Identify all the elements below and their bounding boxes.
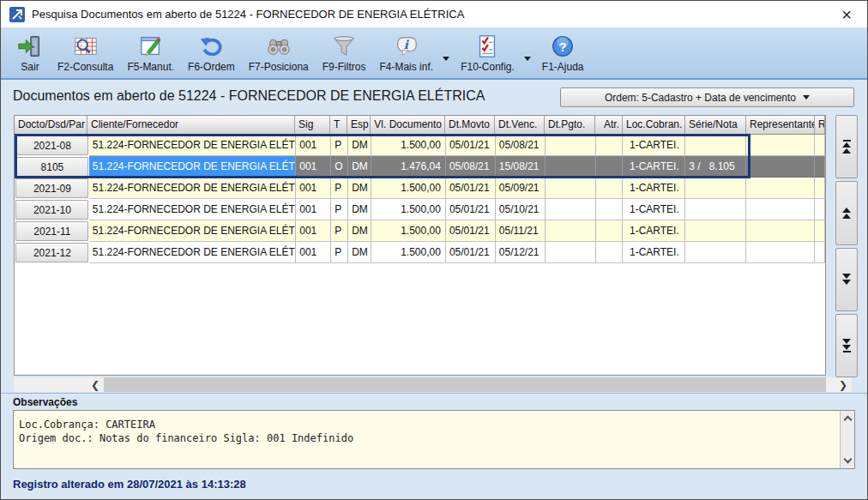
table-cell[interactable] [685,242,746,263]
table-cell[interactable] [746,199,815,220]
table-cell[interactable] [546,178,596,199]
f10-config-button[interactable]: F10-Config. [454,33,521,74]
table-cell[interactable] [746,242,815,263]
table-cell[interactable] [546,135,596,156]
row-docto-button[interactable]: 8105 [15,157,88,177]
column-header[interactable]: Esp [347,116,371,135]
table-cell[interactable] [746,156,815,178]
table-cell[interactable] [685,178,746,199]
f1-ajuda-button[interactable]: ? F1-Ajuda [535,33,591,74]
table-cell[interactable]: 05/09/21 [496,178,546,199]
table-cell[interactable] [546,242,596,263]
table-cell[interactable]: 15/08/21 [496,156,546,178]
table-cell[interactable]: 1.500,00 [371,242,446,263]
table-cell[interactable]: 001 [296,242,331,263]
config-dropdown-arrow[interactable] [521,52,533,64]
column-header[interactable]: R [815,116,825,135]
table-cell[interactable]: 51.224-FORNECEDOR DE ENERGIA ELÉTRICA [89,178,296,199]
scroll-left-arrow-icon[interactable]: ❮ [87,377,104,392]
table-cell[interactable]: 51.224-FORNECEDOR DE ENERGIA ELÉTRICA [89,220,296,242]
close-button[interactable]: × [835,3,859,27]
table-cell[interactable] [596,199,624,220]
scroll-right-arrow-icon[interactable]: ❯ [835,377,852,392]
table-cell[interactable]: 1-CARTEI. [623,135,685,156]
table-cell[interactable]: P [331,199,348,220]
table-cell[interactable] [685,199,746,220]
column-header[interactable]: Dt.Movto [445,116,495,135]
table-cell[interactable] [596,242,624,263]
table-cell[interactable]: 1-CARTEI. [623,242,685,263]
row-docto-button[interactable]: 2021-12 [15,243,88,262]
table-cell[interactable]: 05/01/21 [446,135,496,156]
column-header[interactable]: Dt.Pgto. [545,116,595,135]
table-cell[interactable]: 001 [296,178,331,199]
table-cell[interactable]: 05/01/21 [446,242,496,263]
table-cell[interactable] [746,178,815,199]
table-cell[interactable] [815,135,825,156]
row-docto-button[interactable]: 2021-11 [15,221,88,241]
table-cell[interactable]: 001 [296,199,331,220]
column-header[interactable]: Vl. Documento [371,116,445,135]
table-cell[interactable] [546,199,596,220]
table-cell[interactable]: 05/11/21 [496,220,546,242]
table-cell[interactable]: 05/01/21 [446,178,496,199]
table-cell[interactable] [815,242,825,263]
table-cell[interactable] [815,220,825,242]
sair-button[interactable]: Sair [9,33,51,74]
table-cell[interactable]: 51.224-FORNECEDOR DE ENERGIA ELÉTRICA [89,135,296,156]
column-header[interactable]: Docto/Dsd/Par [15,116,87,135]
table-cell[interactable] [596,135,624,156]
f4-mais-inf-button[interactable]: i F4-Mais inf. [372,33,440,74]
table-cell[interactable]: 1.500,00 [371,135,446,156]
table-cell[interactable]: 001 [296,156,331,178]
scrollbar-thumb[interactable] [104,377,826,392]
table-cell[interactable]: 05/01/21 [446,220,496,242]
table-cell[interactable]: 1.476,04 [371,156,446,178]
table-cell[interactable]: 05/08/21 [446,156,496,178]
table-cell[interactable]: 1-CARTEI. [623,156,685,178]
column-header[interactable]: Série/Nota [685,116,746,135]
scrollbar-track[interactable] [826,377,835,392]
scroll-down-arrow-icon[interactable] [843,455,852,464]
table-cell[interactable]: 05/08/21 [496,135,546,156]
table-cell[interactable] [596,156,624,178]
table-cell[interactable] [815,156,825,178]
f9-filtros-button[interactable]: F9-Filtros [316,33,373,74]
table-cell[interactable]: DM [348,199,371,220]
row-docto-button[interactable]: 2021-10 [15,200,88,220]
table-cell[interactable]: 51.224-FORNECEDOR DE ENERGIA ELÉTRICA [89,199,296,220]
table-cell[interactable] [596,220,624,242]
table-cell[interactable]: 1-CARTEI. [623,178,685,199]
f5-manut-button[interactable]: F5-Manut. [120,33,181,74]
table-cell[interactable]: P [331,220,348,242]
table-cell[interactable] [546,156,596,178]
table-cell[interactable]: 51.224-FORNECEDOR DE ENERGIA ELÉTRICA [89,242,296,263]
table-cell[interactable] [746,135,815,156]
table-cell[interactable]: 1-CARTEI. [623,199,685,220]
first-record-button[interactable] [835,115,858,178]
table-cell[interactable]: P [331,178,348,199]
table-cell[interactable]: 05/01/21 [446,199,496,220]
table-cell[interactable]: 1.500,00 [371,199,446,220]
table-cell[interactable] [546,220,596,242]
observacoes-text[interactable]: Loc.Cobrança: CARTEIRA Origem doc.: Nota… [14,411,840,468]
f2-consulta-button[interactable]: F2-Consulta [51,33,120,74]
page-up-button[interactable] [835,181,858,244]
table-cell[interactable]: DM [348,242,371,263]
page-down-button[interactable] [835,248,858,311]
table-cell[interactable] [596,178,624,199]
table-cell[interactable]: 1.500,00 [371,220,446,242]
table-cell[interactable]: 001 [296,220,331,242]
table-cell[interactable]: 05/10/21 [496,199,546,220]
table-cell[interactable] [746,220,815,242]
table-cell[interactable]: DM [348,135,371,156]
table-cell[interactable]: P [331,135,348,156]
column-header[interactable]: Cliente/Fornecedor [87,116,295,135]
f6-ordem-button[interactable]: F6-Ordem [181,33,242,74]
table-cell[interactable]: P [331,242,348,263]
table-cell[interactable]: 1.500,00 [371,178,446,199]
table-cell[interactable]: 05/12/21 [496,242,546,263]
table-cell[interactable]: DM [348,220,371,242]
table-cell[interactable] [685,135,746,156]
row-docto-button[interactable]: 2021-08 [15,136,88,155]
